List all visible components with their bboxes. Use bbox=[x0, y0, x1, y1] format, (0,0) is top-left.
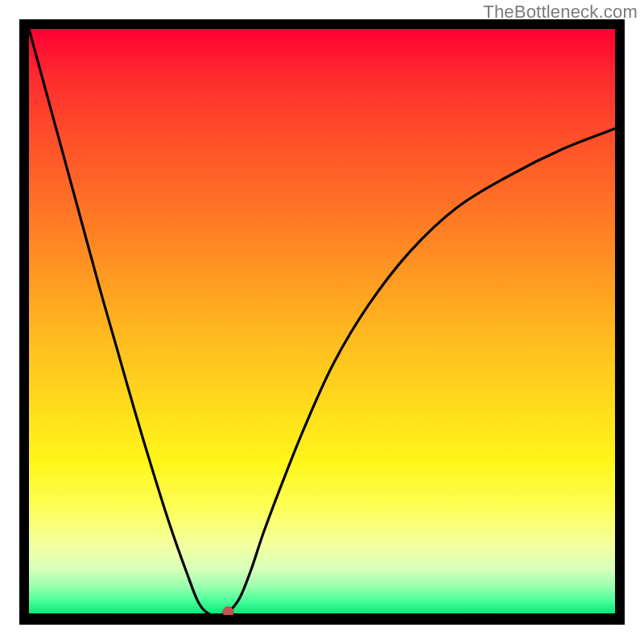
bottleneck-curve bbox=[29, 29, 615, 615]
plot-area bbox=[29, 29, 615, 615]
watermark-text: TheBottleneck.com bbox=[483, 2, 638, 23]
curve-line bbox=[29, 29, 615, 615]
chart-container: TheBottleneck.com bbox=[0, 0, 644, 644]
